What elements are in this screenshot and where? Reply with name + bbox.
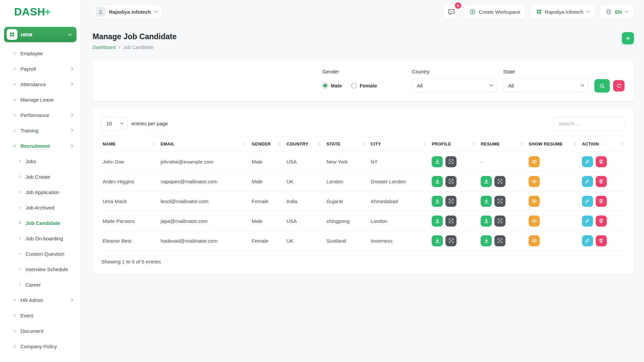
sidebar-item-recruitment[interactable]: Recruitment [0, 138, 80, 154]
show-resume-button[interactable] [529, 216, 540, 227]
country-label: Country [412, 69, 497, 74]
sidebar-item-manage-leave[interactable]: Manage Leave [0, 92, 80, 107]
resume-download-button[interactable] [481, 235, 492, 246]
cell-name: Eleanor Best [100, 231, 158, 251]
gender-male-option[interactable]: Male [322, 83, 342, 88]
cell-gender: Female [249, 191, 284, 211]
delete-button[interactable] [596, 235, 607, 246]
column-header-show-resume[interactable]: SHOW RESUME [526, 136, 579, 152]
gender-male-radio[interactable] [322, 83, 328, 88]
resume-download-button[interactable] [481, 176, 492, 187]
column-header-name[interactable]: NAME [100, 136, 158, 152]
sidebar-item-label: Performance [20, 112, 49, 118]
sidebar-menu: Employee Payroll Attendance Manage Leave… [0, 45, 80, 362]
profile-scan-button[interactable] [445, 216, 457, 227]
resume-scan-button[interactable] [494, 196, 505, 207]
sidebar-item-company-policy[interactable]: Company Policy [0, 339, 80, 354]
sidebar-item-performance[interactable]: Performance [0, 107, 80, 123]
delete-button[interactable] [596, 216, 607, 227]
company-selector[interactable]: Rajodiya infotech [531, 4, 595, 19]
column-header-email[interactable]: EMAIL [158, 136, 249, 152]
sidebar-subitem-jobs[interactable]: Jobs [0, 154, 80, 169]
sidebar-section-hrm[interactable]: HRM [4, 27, 76, 42]
sidebar-item-label: Company Policy [20, 344, 57, 349]
cell-profile [429, 172, 478, 191]
edit-button[interactable] [582, 176, 593, 187]
sidebar-subitem-job-create[interactable]: Job Create [0, 169, 80, 184]
logo-text: DASH [14, 6, 45, 18]
sidebar-subitem-job-archived[interactable]: Job Archived [0, 200, 80, 215]
profile-download-button[interactable] [432, 196, 443, 207]
sidebar-item-hr-admin[interactable]: HR Admin [0, 292, 80, 308]
table-search-input[interactable] [553, 117, 625, 130]
sidebar-item-training[interactable]: Training [0, 123, 80, 138]
column-header-profile[interactable]: PROFILE [429, 136, 478, 152]
filter-actions [594, 79, 625, 93]
cell-show-resume [526, 211, 579, 231]
messages-button[interactable]: 6 [443, 4, 459, 19]
resume-scan-button[interactable] [494, 176, 505, 187]
show-resume-button[interactable] [529, 235, 540, 246]
delete-button[interactable] [596, 176, 607, 187]
sidebar-item-document[interactable]: Document [0, 323, 80, 339]
state-select[interactable]: All [503, 78, 588, 93]
sidebar-item-event[interactable]: Event [0, 308, 80, 323]
sidebar-subitem-career[interactable]: Career [0, 277, 80, 292]
show-resume-button[interactable] [529, 196, 540, 207]
reset-filter-button[interactable] [613, 80, 625, 92]
sidebar-subitem-custom-question[interactable]: Custom Question [0, 246, 80, 261]
edit-button[interactable] [582, 235, 593, 246]
profile-scan-button[interactable] [445, 156, 457, 167]
resume-download-button[interactable] [481, 196, 492, 207]
sidebar-subitem-job-application[interactable]: Job Application [0, 184, 80, 200]
gender-female-option[interactable]: Female [351, 83, 377, 88]
sidebar-subitem-interview-schedule[interactable]: Interview Schedule [0, 261, 80, 277]
sidebar-subitem-job-onboarding[interactable]: Job On-boarding [0, 231, 80, 246]
apply-filter-button[interactable] [594, 79, 610, 93]
sidebar-item-payroll[interactable]: Payroll [0, 61, 80, 76]
scan-icon [497, 238, 503, 243]
profile-download-button[interactable] [432, 216, 443, 227]
profile-scan-button[interactable] [445, 196, 457, 207]
profile-download-button[interactable] [432, 235, 443, 246]
profile-scan-button[interactable] [445, 235, 457, 246]
plus-circle-icon [470, 9, 476, 15]
delete-button[interactable] [596, 156, 607, 167]
workspace-selector[interactable]: Rajodiya infotech [93, 4, 163, 19]
profile-download-button[interactable] [432, 176, 443, 187]
column-header-resume[interactable]: RESUME [478, 136, 526, 152]
column-header-state[interactable]: STATE [324, 136, 368, 152]
column-header-city[interactable]: CITY [368, 136, 429, 152]
edit-button[interactable] [582, 156, 593, 167]
entries-select[interactable]: 10 [101, 117, 127, 130]
edit-button[interactable] [582, 196, 593, 207]
edit-button[interactable] [582, 216, 593, 227]
profile-download-button[interactable] [432, 156, 443, 167]
cell-action [579, 152, 627, 172]
cell-email: johndoe@example.com [158, 152, 249, 172]
column-header-country[interactable]: COUNTRY [284, 136, 324, 152]
add-candidate-button[interactable] [622, 32, 634, 44]
resume-scan-button[interactable] [494, 235, 505, 246]
pencil-icon [585, 238, 590, 243]
delete-button[interactable] [596, 196, 607, 207]
gender-female-radio[interactable] [351, 83, 357, 88]
sidebar-item-employee[interactable]: Employee [0, 46, 80, 61]
table-row: Maite Parsons japa@mailinator.com Male U… [100, 211, 627, 231]
column-header-gender[interactable]: GENDER [249, 136, 284, 152]
show-resume-button[interactable] [529, 176, 540, 187]
breadcrumb-current: Job Candidate [123, 45, 154, 50]
profile-scan-button[interactable] [445, 176, 457, 187]
breadcrumb-dashboard-link[interactable]: Dashboard [93, 45, 116, 50]
column-header-action[interactable]: ACTION [579, 136, 627, 152]
sidebar-item-attendance[interactable]: Attendance [0, 76, 80, 92]
app-logo[interactable]: DASH+ [0, 0, 80, 23]
resume-scan-button[interactable] [494, 216, 505, 227]
language-selector[interactable]: EN [600, 4, 634, 19]
country-select[interactable]: All [412, 78, 497, 93]
create-workspace-button[interactable]: Create Workspace [464, 4, 526, 19]
sidebar-subitem-job-candidate[interactable]: Job Candidate [0, 215, 80, 231]
cell-country: UK [284, 172, 324, 191]
resume-download-button[interactable] [481, 216, 492, 227]
show-resume-button[interactable] [529, 156, 540, 167]
